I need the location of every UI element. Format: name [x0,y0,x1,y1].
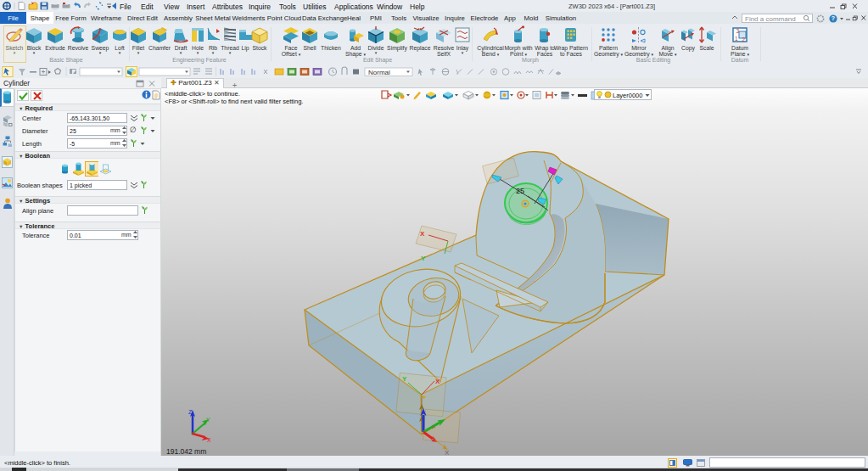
svg-text:Z: Z [188,409,193,415]
svg-text:X: X [445,449,450,456]
svg-text:X: X [435,378,440,385]
svg-text:X: X [207,437,211,443]
svg-text:2: 2 [742,36,746,42]
svg-text:?: ? [832,15,835,21]
svg-text:Y: Y [402,375,407,383]
svg-text:1: 1 [735,36,738,42]
svg-text:191.042 mm: 191.042 mm [166,447,206,456]
svg-text:Y: Y [421,255,426,262]
svg-text:Y: Y [206,417,210,423]
svg-text:Normal: Normal [368,69,390,76]
svg-text:X: X [420,230,425,238]
svg-text:3: 3 [736,28,740,34]
svg-text:25: 25 [516,187,524,195]
